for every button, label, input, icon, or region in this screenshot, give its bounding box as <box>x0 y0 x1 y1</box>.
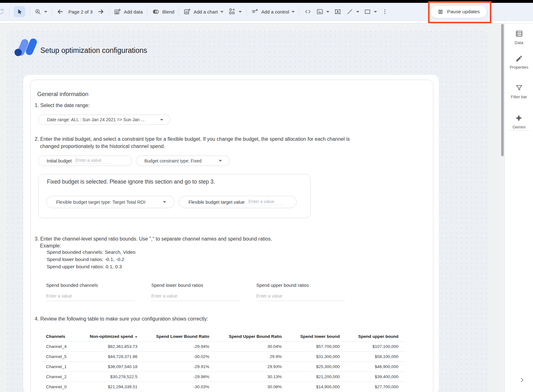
add-a-chart-dropdown[interactable]: Add a chart <box>183 8 223 15</box>
pause-updates-button[interactable]: Pause updates <box>430 5 487 18</box>
code-icon <box>304 8 312 15</box>
toolbar-divider <box>299 7 299 16</box>
step3-example-line: Spend lower bound ratios: -0.1, -0.2 <box>47 257 124 262</box>
column-header-spend-upper-bound[interactable]: Spend upper bound <box>340 334 399 339</box>
pause-icon <box>437 9 443 15</box>
section-heading: General information <box>37 91 88 98</box>
rectangle-icon <box>364 8 371 15</box>
sort-descending-icon <box>135 336 137 338</box>
flexible-budget-target-value-label: Flexible budget target value <box>188 200 245 205</box>
chevron-down-icon <box>163 201 166 203</box>
toolbar-divider <box>30 7 30 16</box>
configuration-table: Channels Non-optimized spend Spend Lower… <box>42 331 405 392</box>
table-row: Channel_1$36,097,540.18-29.91%29.93%$25,… <box>42 361 405 372</box>
table-header-row: Channels Non-optimized spend Spend Lower… <box>42 331 405 341</box>
chevron-down-icon <box>44 11 47 13</box>
initial-budget-field[interactable]: Initial budget <box>38 156 132 166</box>
add-data-button[interactable]: Add data <box>114 8 143 15</box>
spend-lower-bound-ratios-input[interactable] <box>151 292 240 301</box>
step3-example-label: Example: <box>40 242 61 249</box>
blend-button[interactable]: Blend <box>152 8 174 15</box>
chevron-down-icon <box>326 11 329 13</box>
table-row: Channel_2$30,278,522.5-29.98%30.13%$21,2… <box>42 372 405 382</box>
flexible-budget-target-value-input[interactable] <box>248 199 286 205</box>
logo-dot <box>14 49 22 56</box>
add-control-icon <box>251 8 259 15</box>
line-icon <box>346 8 354 15</box>
spend-upper-bound-ratios-label: Spend upper bound ratios <box>256 283 309 288</box>
flexible-budget-target-value-field[interactable]: Flexible budget target value <box>179 196 297 208</box>
step2-text: 2. Enter the initial budget, and select … <box>35 135 361 150</box>
budget-constraint-type-control[interactable]: Budget constraint type: Fixed <box>136 156 230 166</box>
initial-budget-input[interactable] <box>75 158 113 164</box>
chevron-down-icon <box>220 11 223 13</box>
marketing-platform-logo-icon <box>14 38 38 57</box>
column-header-channels[interactable]: Channels <box>42 334 84 339</box>
report-content: Setup optimization configurations Genera… <box>0 0 533 392</box>
redo-button[interactable] <box>0 8 5 15</box>
cursor-icon <box>16 8 23 15</box>
step1-text: 1. Select the date range: <box>35 102 90 109</box>
spend-bounded-channels-label: Spend bounded channels <box>46 283 98 288</box>
table-row: Channel_4$82,361,853.73-29.94%30.04%$57,… <box>42 341 405 351</box>
toolbar-divider <box>52 7 52 16</box>
table-row: Channel_0$21,294,339.51-30.03%30.08%$14,… <box>42 382 405 392</box>
table-row: Channel_5$44,728,371.86-30.02%29.9%$31,3… <box>42 351 405 361</box>
insert-shape-dropdown[interactable] <box>364 8 377 15</box>
arrow-left-icon <box>56 8 64 15</box>
insert-text-button[interactable] <box>334 8 342 15</box>
page-indicator[interactable]: Page 2 of 3 <box>68 9 93 14</box>
add-data-icon <box>114 8 121 15</box>
toolbar-divider <box>179 7 179 16</box>
spend-bounded-channels-input[interactable] <box>46 292 135 301</box>
spend-lower-bound-ratios-label: Spend lower bound ratios <box>151 283 203 288</box>
select-tool-button[interactable] <box>14 6 25 17</box>
previous-page-button[interactable] <box>56 8 64 15</box>
window-top-edge <box>0 0 533 3</box>
looker-studio-window: Page 2 of 3 Add data Blend Add a chart <box>0 0 533 392</box>
column-header-spend-lower-bound[interactable]: Spend lower bound <box>282 334 340 339</box>
toolbar-divider <box>246 7 246 16</box>
page-title: Setup optimization configurations <box>40 46 147 55</box>
chevron-down-icon <box>219 160 222 162</box>
toolbar-divider <box>147 7 148 16</box>
shapes-icon <box>228 8 236 15</box>
redo-icon <box>0 8 5 15</box>
embed-code-button[interactable] <box>304 8 312 15</box>
next-page-button[interactable] <box>97 8 105 15</box>
spend-upper-bound-ratios-input[interactable] <box>256 292 345 301</box>
step3-text: 3. Enter the channel-level spend ratio b… <box>35 235 272 242</box>
more-vertical-icon <box>381 8 388 15</box>
zoom-icon <box>34 8 42 15</box>
column-header-spend-upper-bound-ratio[interactable]: Spend Upper Bound Ratio <box>210 334 282 339</box>
step4-text: 4. Review the following table to make su… <box>35 315 208 322</box>
text-box-icon <box>334 8 342 15</box>
arrow-right-icon <box>97 8 105 15</box>
toolbar-bottom-strip <box>0 20 533 23</box>
community-visualizations-dropdown[interactable] <box>228 8 242 15</box>
insert-line-dropdown[interactable] <box>346 8 359 15</box>
chevron-down-icon <box>356 11 359 13</box>
add-a-control-dropdown[interactable]: Add a control <box>251 8 295 15</box>
fixed-budget-notice: Fixed budget is selected. Please ignore … <box>47 179 215 185</box>
insert-image-dropdown[interactable] <box>316 8 329 15</box>
flexible-budget-section: Fixed budget is selected. Please ignore … <box>38 174 311 218</box>
chevron-down-icon <box>239 11 242 13</box>
add-chart-icon <box>183 8 191 15</box>
step3-example-line: Spend upper bound ratios: 0.1, 0.3 <box>47 264 122 270</box>
initial-budget-label: Initial budget <box>47 158 72 163</box>
column-header-spend-lower-bound-ratio[interactable]: Spend Lower Bound Ratio <box>138 334 210 339</box>
chevron-down-icon <box>292 11 295 13</box>
chevron-down-icon <box>374 11 377 13</box>
toolbar: Page 2 of 3 Add data Blend Add a chart <box>0 3 533 20</box>
flexible-budget-target-type-control[interactable]: Flexible budget target type: Target Tota… <box>46 196 175 208</box>
column-header-non-optimized-spend[interactable]: Non-optimized spend <box>84 334 138 339</box>
table-body: Channel_4$82,361,853.73-29.94%30.04%$57,… <box>42 341 405 392</box>
chevron-down-icon <box>160 119 163 121</box>
step3-example-line: Spend bounded channels: Search, Video <box>47 249 136 255</box>
zoom-tool-dropdown[interactable] <box>34 8 47 15</box>
blend-icon <box>152 8 160 15</box>
image-icon <box>316 8 324 15</box>
date-range-control[interactable]: Date range: ALL : Sun Jan 24 2021 => Sun… <box>38 115 171 125</box>
more-options-button[interactable] <box>381 8 388 15</box>
